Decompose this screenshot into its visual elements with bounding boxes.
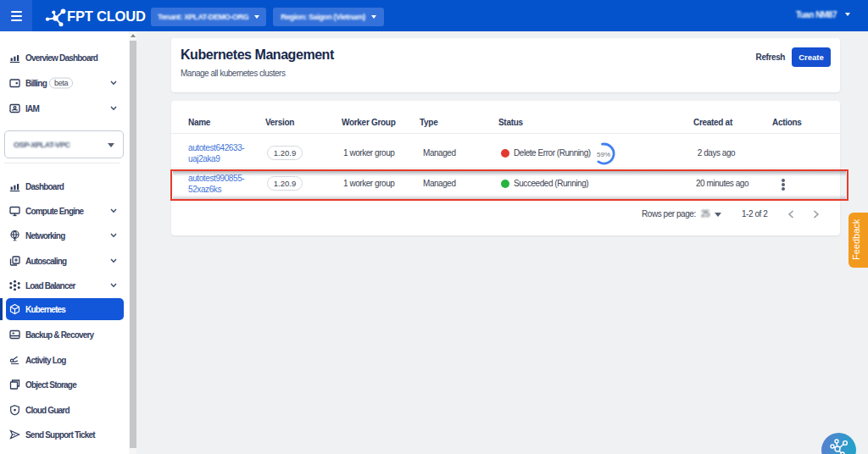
svg-text:59%: 59% [597, 151, 610, 158]
